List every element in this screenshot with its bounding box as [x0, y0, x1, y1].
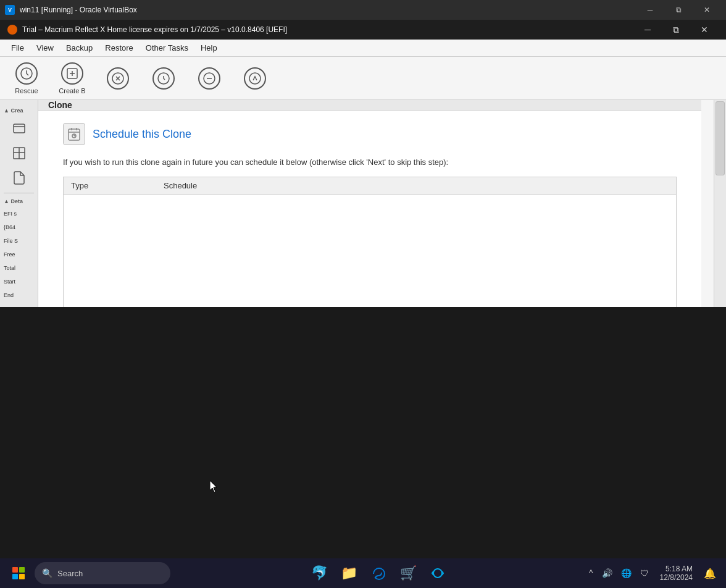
main-area: ▲ Crea ▲ Deta EFI s {B64 File S Free — [0, 100, 726, 307]
menu-bar: File View Backup Restore Other Tasks Hel… — [0, 40, 726, 57]
vbox-minimize-btn[interactable]: ─ — [636, 0, 664, 20]
tray-chevron-icon[interactable]: ^ — [586, 567, 596, 579]
menu-restore[interactable]: Restore — [99, 41, 140, 55]
svg-rect-6 — [14, 124, 25, 133]
taskbar-dolphin-icon[interactable]: 🐬 — [307, 561, 332, 586]
sidebar-item-windows[interactable] — [0, 141, 38, 166]
menu-other-tasks[interactable]: Other Tasks — [140, 41, 194, 55]
toolbar-icon-4 — [152, 67, 175, 90]
col-type-header: Type — [71, 181, 164, 190]
sidebar-total: Total — [0, 261, 38, 275]
dialog-header-text: Clone — [48, 100, 72, 110]
toolbar-btn-3[interactable] — [96, 59, 140, 98]
right-scrollbar-panel — [714, 100, 726, 307]
app-title: Trial – Macrium Reflect X Home license e… — [22, 25, 628, 34]
taskbar-clock[interactable]: 5:18 AM 12/8/2024 — [656, 563, 696, 583]
toolbar-rescue-label: Rescue — [15, 87, 38, 94]
menu-backup[interactable]: Backup — [60, 41, 99, 55]
schedule-icon — [63, 123, 85, 145]
clock-time: 5:18 AM — [660, 565, 693, 573]
tray-security-icon[interactable]: 🛡 — [638, 567, 651, 579]
notification-icon[interactable]: 🔔 — [701, 566, 719, 581]
taskbar-tray: ^ 🔊 🌐 🛡 — [586, 567, 651, 579]
dialog-description: If you wish to run this clone again in f… — [63, 158, 677, 167]
clone-dialog: Clone — [38, 100, 701, 307]
schedule-table-header: Type Schedule — [64, 177, 676, 195]
content-panel: Clone — [38, 100, 714, 307]
taskbar-store-icon[interactable]: 🛒 — [396, 561, 420, 586]
toolbar-icon-6 — [244, 67, 266, 90]
search-placeholder: Search — [57, 569, 83, 578]
dialog-header: Clone — [38, 100, 701, 111]
app-minimize-btn[interactable]: ─ — [633, 20, 662, 40]
sidebar-free: Free — [0, 248, 38, 261]
cursor — [210, 481, 219, 493]
toolbar-icon-5 — [198, 67, 220, 90]
vbox-restore-btn[interactable]: ⧉ — [664, 0, 693, 20]
vbox-window-controls: ─ ⧉ ✕ — [636, 0, 721, 20]
col-schedule-header: Schedule — [164, 181, 197, 190]
sidebar-section-details: ▲ Deta — [0, 196, 38, 207]
rescue-icon — [15, 62, 38, 85]
taskbar: 🔍 Search 🐬 📁 🛒 ^ 🔊 🌐 🛡 5:18 AM 12/8/2024 — [0, 558, 726, 588]
sidebar-item-disk[interactable] — [0, 116, 38, 141]
dialog-body: Schedule this Clone If you wish to run t… — [38, 111, 701, 307]
tray-network-icon[interactable]: 🌐 — [619, 567, 634, 579]
menu-file[interactable]: File — [5, 41, 30, 55]
sidebar-efi: EFI s — [0, 207, 38, 220]
app-logo-icon — [7, 25, 17, 35]
sidebar: ▲ Crea ▲ Deta EFI s {B64 File S Free — [0, 100, 38, 307]
toolbar-btn-6[interactable] — [233, 59, 277, 98]
tray-sound-icon[interactable]: 🔊 — [599, 567, 615, 579]
vbox-app-icon: V — [5, 5, 15, 15]
schedule-table: Type Schedule — [63, 177, 677, 307]
app-titlebar: Trial – Macrium Reflect X Home license e… — [0, 20, 726, 40]
taskbar-edge-icon[interactable] — [366, 561, 391, 586]
create-icon — [61, 62, 83, 85]
toolbar-create-label: Create B — [59, 87, 85, 94]
toolbar: Rescue Create B — [0, 57, 726, 100]
search-icon: 🔍 — [42, 568, 52, 578]
taskbar-sync-icon[interactable] — [425, 561, 450, 586]
sidebar-item-file[interactable] — [0, 166, 38, 190]
app-close-btn[interactable]: ✕ — [690, 20, 719, 40]
menu-help[interactable]: Help — [194, 41, 223, 55]
taskbar-search-box[interactable]: 🔍 Search — [35, 562, 170, 584]
sidebar-start: Start — [0, 275, 38, 288]
svg-point-5 — [249, 73, 261, 84]
app-restore-btn[interactable]: ⧉ — [662, 20, 690, 40]
toolbar-icon-3 — [107, 67, 129, 90]
sidebar-efi-guid: {B64 — [0, 220, 38, 234]
app-window-controls: ─ ⧉ ✕ — [633, 20, 719, 40]
taskbar-pinned-apps: 🐬 📁 🛒 — [170, 561, 586, 586]
windows-logo-icon — [12, 567, 25, 579]
vbox-close-btn[interactable]: ✕ — [693, 0, 721, 20]
sidebar-end: End — [0, 288, 38, 302]
vbox-titlebar: V win11 [Running] - Oracle VirtualBox ─ … — [0, 0, 726, 20]
toolbar-btn-5[interactable] — [188, 59, 231, 98]
dialog-title-section: Schedule this Clone — [63, 123, 677, 145]
vbox-title: win11 [Running] - Oracle VirtualBox — [20, 6, 631, 14]
toolbar-btn-4[interactable] — [142, 59, 185, 98]
taskbar-right: ^ 🔊 🌐 🛡 5:18 AM 12/8/2024 🔔 — [586, 563, 719, 583]
taskbar-files-icon[interactable]: 📁 — [336, 561, 361, 586]
sidebar-file-size: File S — [0, 234, 38, 248]
clock-date: 12/8/2024 — [660, 573, 693, 582]
schedule-table-body — [64, 195, 676, 307]
start-button[interactable] — [7, 562, 30, 584]
toolbar-rescue-btn[interactable]: Rescue — [5, 59, 48, 98]
toolbar-create-btn[interactable]: Create B — [51, 59, 94, 98]
sidebar-section-create: ▲ Crea — [0, 105, 38, 116]
menu-view[interactable]: View — [30, 41, 60, 55]
svg-marker-20 — [210, 481, 217, 492]
dialog-title-text: Schedule this Clone — [93, 128, 191, 141]
